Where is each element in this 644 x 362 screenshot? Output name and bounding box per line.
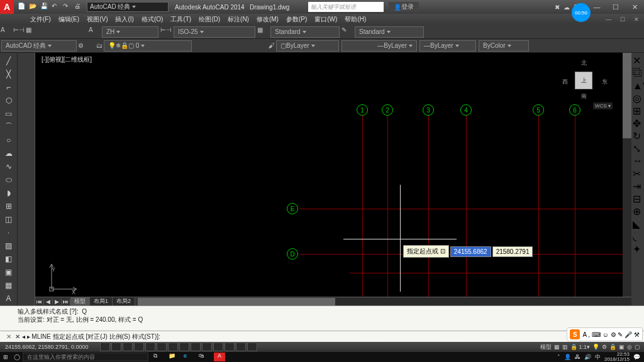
lwt-toggle[interactable]: [202, 343, 212, 351]
horizontal-scrollbar[interactable]: [138, 298, 631, 305]
qat-redo-icon[interactable]: ↷: [63, 3, 72, 11]
ducs-toggle[interactable]: [179, 343, 189, 351]
join-tool[interactable]: ⊕: [633, 206, 643, 217]
line-tool[interactable]: ╱: [2, 55, 16, 67]
tab-layout1[interactable]: 布局1: [90, 297, 113, 305]
app-logo[interactable]: A: [0, 0, 14, 14]
ortho-toggle[interactable]: [123, 343, 133, 351]
tray-vol-icon[interactable]: 🔊: [584, 354, 591, 360]
isolate-icon[interactable]: ◎: [627, 344, 632, 350]
3dosnap-toggle[interactable]: [157, 343, 167, 351]
lock-ui-icon[interactable]: 🔒: [609, 344, 616, 350]
login-button[interactable]: 👤 登录: [389, 2, 419, 12]
break-tool[interactable]: ⊟: [633, 193, 643, 204]
gradient-tool[interactable]: ◧: [2, 253, 16, 265]
match-prop-icon[interactable]: 🖌: [269, 42, 275, 49]
help-search[interactable]: 输入关键字或短语: [308, 2, 384, 12]
ellipse-arc-tool[interactable]: ◗: [2, 187, 16, 199]
qat-undo-icon[interactable]: ↶: [52, 3, 60, 11]
task-explorer-icon[interactable]: 📁: [169, 353, 180, 361]
status-layout-icon[interactable]: ▥: [562, 344, 568, 350]
sogou-logo-icon[interactable]: S: [570, 329, 580, 339]
task-edge-icon[interactable]: e: [184, 353, 195, 361]
table-tool[interactable]: ▦: [2, 280, 16, 292]
menu-dimension[interactable]: 标注(N): [224, 15, 253, 24]
qp-toggle[interactable]: [225, 343, 235, 351]
annoscale-status[interactable]: 🔒 1:1▾: [570, 344, 590, 350]
tpy-toggle[interactable]: [213, 343, 223, 351]
qat-save-icon[interactable]: 💾: [40, 3, 49, 11]
menu-insert[interactable]: 插入(I): [111, 15, 137, 24]
tab-next-icon[interactable]: ▶: [53, 299, 62, 305]
drawing-canvas[interactable]: [-][俯视][二维线框] 北 西 东 南 上 WCS ▾ 1 2 3 4 5 …: [35, 53, 631, 305]
tray-ime-icon[interactable]: 中: [595, 353, 601, 361]
qat-new-icon[interactable]: 📄: [18, 3, 26, 11]
polyline-tool[interactable]: ⌐: [2, 81, 16, 93]
xline-tool[interactable]: ╳: [2, 68, 16, 80]
osnap-toggle[interactable]: [145, 343, 155, 351]
dim-icon[interactable]: ⊢⊣: [13, 26, 25, 38]
rotate-tool[interactable]: ↻: [633, 130, 643, 141]
extend-tool[interactable]: ⇥: [633, 180, 643, 192]
menu-help[interactable]: 帮助(H): [341, 15, 370, 24]
hatch-tool[interactable]: ▨: [2, 240, 16, 252]
region-tool[interactable]: ▣: [2, 266, 16, 278]
snap-toggle[interactable]: [100, 343, 110, 351]
tray-up-icon[interactable]: ˄: [557, 354, 560, 360]
ellipse-tool[interactable]: ⬭: [2, 173, 16, 185]
status-grid-icon[interactable]: ▦: [554, 344, 560, 350]
close-button[interactable]: ✕: [625, 0, 644, 14]
taskbar-clock[interactable]: 22:532018/12/15: [604, 352, 630, 362]
qat-open-icon[interactable]: 📂: [29, 3, 38, 11]
ime-buttons[interactable]: A , ⌨ ☺ ⚙ ✎ 🎤 ⚒: [582, 331, 640, 338]
command-line[interactable]: 输入多线样式名或 [?]: Q 当前设置: 对正 = 无, 比例 = 240.0…: [0, 305, 644, 342]
circle-tool[interactable]: ○: [2, 134, 16, 146]
textstyle-icon[interactable]: A: [1, 26, 12, 38]
tray-net-icon[interactable]: 🖧: [575, 354, 580, 360]
dyn-y-field[interactable]: 21580.2791: [492, 246, 533, 257]
menu-view[interactable]: 视图(V): [83, 15, 111, 24]
polygon-tool[interactable]: ⬡: [2, 94, 16, 106]
menu-tools[interactable]: 工具(T): [167, 15, 195, 24]
tab-last-icon[interactable]: ⏭: [62, 299, 70, 305]
dyn-toggle[interactable]: [191, 343, 201, 351]
cortana-icon[interactable]: ◯: [11, 354, 23, 360]
mtext-tool[interactable]: A: [2, 293, 16, 305]
taskbar-search[interactable]: 在这里输入你要搜索的内容: [23, 353, 148, 361]
tab-model[interactable]: 模型: [70, 297, 90, 305]
workspace-combo[interactable]: AutoCAD 经典: [87, 2, 169, 12]
task-store-icon[interactable]: 🛍: [199, 353, 210, 361]
sc-toggle[interactable]: [236, 343, 246, 351]
tray-notif-icon[interactable]: 💬: [633, 354, 640, 360]
otrack-toggle[interactable]: [168, 343, 178, 351]
stretch-tool[interactable]: ↔: [633, 155, 643, 167]
plotcolor-combo[interactable]: ByColor: [479, 40, 529, 52]
explode-tool[interactable]: ✦: [633, 243, 643, 255]
task-autocad-icon[interactable]: A: [214, 353, 225, 361]
cmd-close-icon[interactable]: ✕: [3, 333, 15, 340]
dyn-x-field[interactable]: 24155.6862: [450, 246, 491, 257]
array-tool[interactable]: ⊞: [633, 105, 643, 116]
chamfer-tool[interactable]: ◣: [633, 218, 643, 229]
maximize-button[interactable]: ☐: [606, 0, 625, 14]
make-block-tool[interactable]: ◫: [2, 214, 16, 226]
qat-print-icon[interactable]: 🖨: [74, 3, 83, 11]
arc-tool[interactable]: ⌒: [2, 121, 16, 133]
insert-block-tool[interactable]: ⊞: [2, 200, 16, 212]
tab-first-icon[interactable]: ⏮: [35, 299, 44, 305]
ws-gear-icon[interactable]: ⚙: [78, 42, 84, 49]
point-tool[interactable]: ·: [2, 227, 16, 239]
menu-file[interactable]: 文件(F): [26, 15, 55, 24]
vertical-scrollbar[interactable]: [623, 53, 631, 297]
linetype-combo[interactable]: — ByLayer: [341, 40, 417, 52]
clean-screen-icon[interactable]: ▢: [635, 344, 640, 350]
dimstyle-combo[interactable]: ISO-25: [174, 26, 255, 38]
doc-min-icon[interactable]: —: [602, 16, 615, 23]
rectangle-tool[interactable]: ▭: [2, 107, 16, 119]
menu-modify[interactable]: 修改(M): [253, 15, 282, 24]
tray-people-icon[interactable]: 👤: [564, 354, 571, 360]
layer-manager-icon[interactable]: 🗂: [96, 42, 103, 49]
menu-draw[interactable]: 绘图(D): [195, 15, 224, 24]
am-toggle[interactable]: [247, 343, 257, 351]
annoscale-combo[interactable]: ZH: [102, 26, 158, 38]
